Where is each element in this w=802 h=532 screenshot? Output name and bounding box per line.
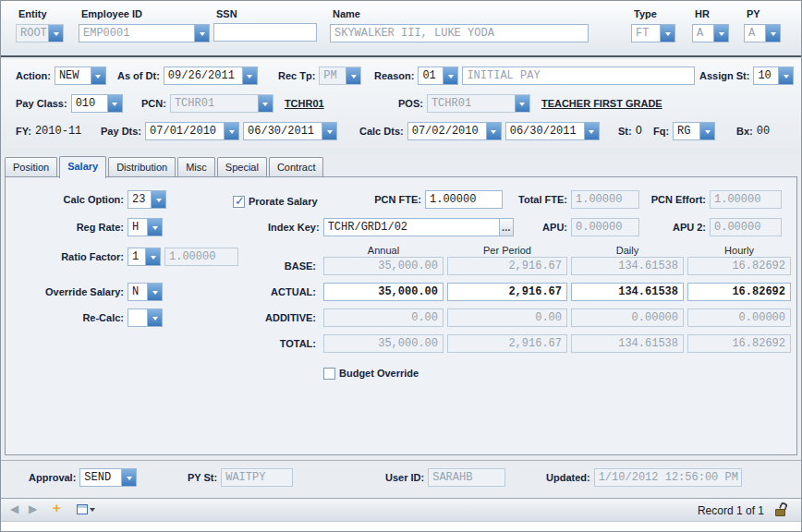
actual-per-period-input[interactable]: 2,916.67 (447, 283, 567, 301)
rec-type-label: Rec Tp: (278, 70, 315, 81)
add-record-button[interactable]: + (53, 500, 61, 515)
pay-dates-start-select[interactable]: 07/01/2010 (145, 122, 239, 140)
pos-value: TCHR01 (428, 95, 515, 112)
dropdown-arrow-icon[interactable] (48, 25, 63, 42)
apu-field: APU: 0.00000 (510, 218, 639, 236)
dropdown-arrow-icon[interactable] (91, 67, 105, 84)
options-menu-button[interactable] (77, 504, 95, 514)
pcn-value: TCHR01 (171, 95, 258, 112)
tab-position[interactable]: Position (5, 157, 57, 176)
pay-dates-label: Pay Dts: (101, 126, 141, 137)
calc-dates-start-select[interactable]: 07/02/2010 (407, 122, 502, 140)
frequency-field: Fq: RG (653, 122, 715, 140)
dropdown-arrow-icon[interactable] (147, 219, 162, 236)
py-status-value: A (745, 25, 765, 42)
budget-override-checkbox[interactable] (323, 368, 335, 380)
total-per-period-input: 2,916.67 (447, 334, 567, 353)
dropdown-arrow-icon[interactable] (107, 95, 122, 112)
calc-option-field: Calc Option: 23 (20, 190, 166, 209)
reg-rate-select[interactable]: H (128, 218, 163, 236)
prev-record-button[interactable]: ◀ (10, 502, 18, 515)
reason-select[interactable]: 01 (418, 66, 458, 85)
apu2-label: APU 2: (634, 222, 706, 233)
footer-separator (1, 460, 801, 461)
tab-distribution[interactable]: Distribution (108, 157, 176, 176)
tab-special[interactable]: Special (217, 157, 267, 176)
pay-dates-end-select[interactable]: 06/30/2011 (243, 122, 337, 140)
additive-annual-input: 0.00 (323, 308, 444, 327)
dropdown-arrow-icon[interactable] (486, 123, 501, 139)
index-key-input[interactable]: TCHR/GRD1/02 … (323, 218, 514, 236)
pcn-fte-input[interactable]: 1.00000 (425, 190, 503, 209)
dropdown-arrow-icon[interactable] (121, 469, 136, 486)
as-of-date-select[interactable]: 09/26/2011 (164, 66, 258, 85)
as-of-date-label: As of Dt: (117, 70, 160, 81)
dropdown-arrow-icon[interactable] (765, 25, 780, 42)
actual-annual-input[interactable]: 35,000.00 (323, 283, 444, 301)
pcn-link[interactable]: TCHR01 (285, 98, 324, 109)
entity-value: ROOT (17, 25, 48, 42)
py-status-label: PY (747, 8, 781, 19)
calc-option-select[interactable]: 23 (128, 190, 166, 209)
dropdown-arrow-icon[interactable] (145, 248, 160, 265)
assign-status-select[interactable]: 10 (753, 66, 794, 85)
assign-status-field: Assign St: 10 (699, 66, 794, 85)
dropdown-arrow-icon[interactable] (713, 25, 728, 42)
pcn-effort-label: PCN Effort: (634, 194, 706, 205)
entity-select[interactable]: ROOT (16, 24, 64, 42)
tab-misc[interactable]: Misc (177, 157, 215, 176)
dropdown-arrow-icon[interactable] (660, 25, 674, 42)
py-status-select[interactable]: A (744, 24, 781, 42)
ssn-field: SSN (213, 8, 317, 44)
hr-status-label: HR (695, 8, 729, 19)
hr-status-select[interactable]: A (692, 24, 729, 42)
ssn-label: SSN (216, 8, 317, 19)
dropdown-arrow-icon[interactable] (584, 123, 599, 139)
index-key-label: Index Key: (268, 222, 320, 233)
employee-id-input[interactable]: EMP0001 (79, 24, 210, 42)
rec-type-value: PM (320, 67, 346, 84)
dropdown-arrow-icon[interactable] (443, 67, 457, 84)
recalc-label: Re-Calc: (20, 312, 124, 323)
override-salary-label: Override Salary: (20, 286, 124, 297)
dropdown-arrow-icon[interactable] (258, 95, 273, 112)
hr-status-value: A (693, 25, 713, 42)
bx-field: Bx: 00 (736, 122, 770, 140)
override-salary-select[interactable]: N (128, 283, 163, 301)
dropdown-arrow-icon[interactable] (147, 284, 162, 300)
dropdown-arrow-icon[interactable] (699, 123, 714, 139)
pcn-effort-field: PCN Effort: 1.00000 (634, 190, 782, 209)
actual-daily-input[interactable]: 134.61538 (571, 283, 684, 301)
ssn-input[interactable] (213, 23, 317, 42)
action-select[interactable]: NEW (55, 66, 106, 85)
tab-contract[interactable]: Contract (269, 157, 324, 176)
total-hourly-input: 16.82692 (687, 334, 791, 353)
next-record-button[interactable]: ▶ (29, 502, 37, 515)
record-toolbar: ◀ ▶ + Record 1 of 1 (1, 498, 801, 521)
unlock-icon[interactable] (774, 502, 788, 517)
updated-field: Updated: 1/10/2012 12:56:00 PM (546, 468, 742, 487)
actual-hourly-input[interactable]: 16.82692 (687, 283, 791, 301)
prorate-salary-checkbox[interactable] (233, 196, 245, 208)
approval-select[interactable]: SEND (79, 468, 137, 487)
dropdown-arrow-icon[interactable] (147, 309, 162, 326)
dropdown-arrow-icon[interactable] (346, 67, 360, 84)
dropdown-arrow-icon[interactable] (151, 191, 165, 208)
pos-link[interactable]: TEACHER FIRST GRADE (541, 98, 662, 109)
dropdown-arrow-icon[interactable] (322, 123, 336, 139)
dropdown-arrow-icon[interactable] (224, 123, 238, 139)
frequency-select[interactable]: RG (673, 122, 715, 140)
dropdown-arrow-icon[interactable] (515, 95, 529, 112)
recalc-select[interactable] (128, 308, 163, 327)
user-id-label: User ID: (385, 472, 424, 483)
type-select[interactable]: FT (631, 24, 675, 42)
calc-dates-end-select[interactable]: 06/30/2011 (505, 122, 600, 140)
dropdown-arrow-icon[interactable] (242, 67, 257, 84)
dropdown-arrow-icon[interactable] (778, 67, 793, 84)
hr-status-field: HR A (692, 8, 729, 42)
budget-override-label: Budget Override (339, 368, 419, 379)
dropdown-arrow-icon[interactable] (194, 25, 209, 42)
ratio-factor-select[interactable]: 1 (128, 248, 161, 266)
tab-salary[interactable]: Salary (59, 156, 106, 178)
pay-class-select[interactable]: 010 (71, 94, 123, 113)
